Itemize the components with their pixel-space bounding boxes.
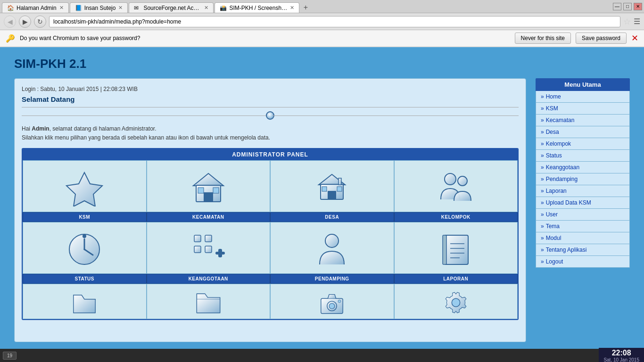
refresh-button[interactable]: ↻ [34,16,46,28]
window-controls: — □ ✕ [613,3,642,10]
icon-cell-foto[interactable] [270,284,394,319]
tab-close-4[interactable]: ✕ [290,5,294,11]
icon-cell-keanggotaan[interactable] [147,222,271,274]
svg-rect-3 [204,192,213,202]
tab-label-1: Halaman Admin [17,5,57,11]
sidebar-item-modul[interactable]: »Modul [536,232,630,244]
back-button[interactable]: ◀ [4,16,16,28]
welcome-text: Hai Admin, selamat datang di halaman Adm… [22,124,519,142]
ksm-icon [66,169,103,206]
svg-rect-23 [218,249,222,257]
sidebar-item-logout[interactable]: »Logout [536,256,630,268]
svg-marker-0 [66,173,102,206]
svg-point-34 [329,304,335,309]
sidebar-item-tema[interactable]: »Tema [536,221,630,232]
taskbar-app-item[interactable]: 19 [3,352,17,360]
tab-label-3: SourceForge.net Accou... [143,5,201,11]
label-kecamatan: KECAMATAN [147,212,271,222]
tab-icon-3: ✉ [134,5,140,11]
main-content: Login : Sabtu, 10 Januari 2015 | 22:08:2… [14,78,526,342]
icon-grid-row1 [23,160,518,212]
settings-icon [437,289,475,316]
tab-label-4: SIM-PKH / Screenshots [229,5,287,11]
icon-cell-ksm[interactable] [23,160,147,212]
icon-cell-laporan[interactable] [394,222,518,274]
pendamping-icon [313,230,351,268]
welcome-line2: Silahkan klik menu pilihan yang berada d… [22,134,270,141]
svg-rect-18 [194,235,201,242]
clock-widget: 22:08 Sat, 10 Jan 2015 [599,348,644,362]
tab-bar: 🏠 Halaman Admin ✕ 📘 Insan Sutejo ✕ ✉ Sou… [2,0,311,13]
icon-cell-kelompok[interactable] [394,160,518,212]
sidebar-item-keanggotaan[interactable]: »Keanggotaan [536,162,630,173]
forward-button[interactable]: ▶ [19,16,31,28]
label-pendamping: PENDAMPING [270,274,394,284]
never-for-site-button[interactable]: Never for this site [515,33,571,44]
svg-point-15 [83,234,86,238]
sidebar-item-kelompok[interactable]: »Kelompok [536,138,630,150]
tab-close-1[interactable]: ✕ [59,5,64,11]
svg-rect-4 [198,188,204,193]
tab-sourceforge[interactable]: ✉ SourceForge.net Accou... ✕ [129,2,214,13]
icon-grid-row2 [23,222,518,274]
save-password-button[interactable]: Save password [576,33,627,44]
new-tab-button[interactable]: + [300,2,311,13]
icon-cell-settings[interactable] [394,284,518,319]
label-status: STATUS [23,274,147,284]
svg-rect-8 [328,191,336,199]
content-area: Login : Sabtu, 10 Januari 2015 | 22:08:2… [0,78,644,352]
browser-chrome: 🏠 Halaman Admin ✕ 📘 Insan Sutejo ✕ ✉ Sou… [0,0,644,47]
sidebar-item-status[interactable]: »Status [536,150,630,162]
icon-cell-pendamping[interactable] [270,222,394,274]
icon-cell-kecamatan[interactable] [147,160,271,212]
sidebar-item-user[interactable]: »User [536,209,630,221]
icon-grid-row3 [23,284,518,319]
password-prompt: Do you want Chromium to save your passwo… [20,35,510,41]
slider-line-left [22,115,268,116]
maximize-button[interactable]: □ [623,3,632,10]
sidebar-item-ksm[interactable]: »KSM [536,103,630,115]
svg-point-12 [445,173,456,185]
sidebar-item-tentang[interactable]: »Tentang Aplikasi [536,244,630,256]
page-content: SIM-PKH 2.1 Login : Sabtu, 10 Januari 20… [0,47,644,352]
taskbar: 19 22:08 Sat, 10 Jan 2015 [0,349,644,362]
icon-cell-status[interactable] [23,222,147,274]
kelompok-icon [437,169,475,206]
svg-point-35 [338,300,341,303]
sidebar-item-desa[interactable]: »Desa [536,126,630,138]
label-grid-row2: STATUS KEANGGOTAAN PENDAMPING LAPORAN [23,274,518,284]
close-button[interactable]: ✕ [634,3,642,10]
sidebar-item-pendamping[interactable]: »Pendamping [536,173,630,185]
bookmark-icon[interactable]: ☆ [623,16,631,27]
sidebar-item-home[interactable]: »Home [536,91,630,103]
icon-cell-desa[interactable] [270,160,394,212]
icon-cell-user[interactable] [147,284,271,319]
tab-sim-pkh[interactable]: 📸 SIM-PKH / Screenshots ✕ [215,2,299,13]
tab-insan-sutejo[interactable]: 📘 Insan Sutejo ✕ [70,2,128,13]
tab-close-3[interactable]: ✕ [204,5,208,11]
sidebar-item-laporan[interactable]: »Laporan [536,185,630,197]
svg-point-13 [458,176,467,186]
slider-line-right [272,115,519,116]
login-info: Login : Sabtu, 10 Januari 2015 | 22:08:2… [22,86,519,92]
sidebar-item-kecamatan[interactable]: »Kecamatan [536,115,630,126]
password-bar-close[interactable]: ✕ [631,33,638,43]
svg-rect-5 [213,188,219,193]
tab-halaman-admin[interactable]: 🏠 Halaman Admin ✕ [2,2,69,13]
svg-point-24 [325,234,339,247]
address-bar[interactable] [49,16,620,27]
tab-close-2[interactable]: ✕ [118,5,123,11]
sidebar-item-upload[interactable]: »Upload Data KSM [536,197,630,209]
upload-icon [66,289,103,316]
keanggotaan-icon [190,230,227,268]
tab-label-2: Insan Sutejo [84,5,116,11]
clock-date: Sat, 10 Jan 2015 [603,357,639,362]
svg-rect-26 [443,235,446,264]
status-icon [66,230,103,268]
minimize-button[interactable]: — [613,3,621,10]
tools-icon[interactable]: ☰ [634,17,640,26]
icon-cell-upload[interactable] [23,284,147,319]
label-ksm: KSM [23,212,147,222]
foto-icon [313,289,351,316]
password-icon: 🔑 [6,34,15,43]
